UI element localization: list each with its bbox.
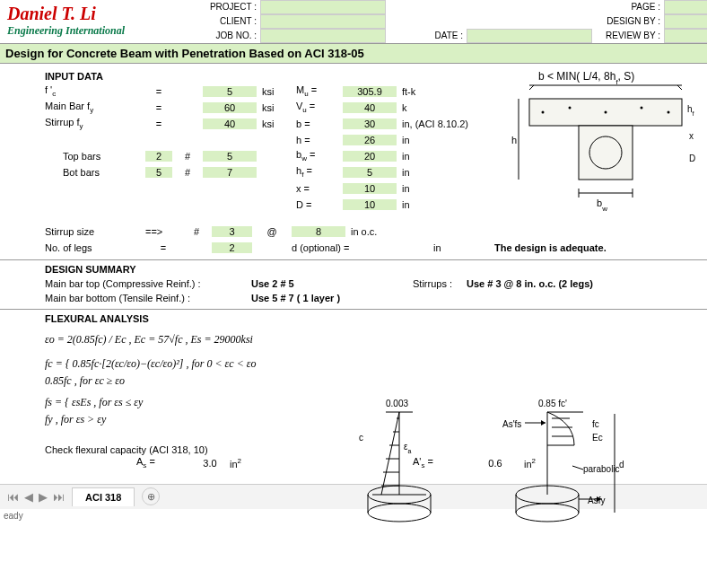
summary-stir-label: Stirrups : bbox=[413, 278, 467, 289]
summary-stir-val: Use # 3 @ 8 in. o.c. (2 legs) bbox=[467, 278, 707, 289]
jobno-input[interactable] bbox=[260, 29, 386, 43]
project-label: PROJECT : bbox=[179, 0, 260, 14]
svg-point-7 bbox=[605, 111, 607, 114]
svg-text:bw: bw bbox=[597, 197, 607, 213]
summary-top-label: Main bar top (Compressive Reinf.) : bbox=[45, 278, 251, 289]
formula-block: εo = 2(0.85fc) / Ec , Ec = 57√fc , Es = … bbox=[45, 326, 341, 434]
jobno-label: JOB NO. : bbox=[179, 29, 260, 43]
h-label: h = bbox=[296, 135, 341, 145]
designby-label: DESIGN BY : bbox=[592, 14, 664, 29]
svg-text:h: h bbox=[511, 135, 517, 145]
x-label: x = bbox=[296, 183, 341, 194]
fc-label: f 'c bbox=[45, 84, 144, 98]
svg-text:Ec: Ec bbox=[592, 433, 603, 443]
fy-input[interactable]: 60 bbox=[203, 102, 257, 113]
topbars-n[interactable]: 2 bbox=[145, 151, 172, 162]
header: Daniel T. Li Engineering International P… bbox=[0, 0, 707, 44]
summary-bot-label: Main bar bottom (Tensile Reinf.) : bbox=[45, 293, 251, 303]
botbars-label: Bot bars bbox=[45, 167, 144, 178]
svg-marker-43 bbox=[541, 420, 546, 426]
label-085: 0.85 fc' bbox=[538, 399, 567, 408]
tab-nav-prev-icon[interactable]: ◀ bbox=[24, 490, 33, 504]
nlegs-input[interactable]: 2 bbox=[212, 242, 252, 253]
bw-label: bw = bbox=[296, 149, 341, 162]
svg-text:fc: fc bbox=[592, 419, 599, 429]
svg-text:c: c bbox=[359, 433, 363, 443]
tab-add-icon[interactable]: ⊕ bbox=[142, 487, 160, 505]
svg-text:As'fs: As'fs bbox=[502, 419, 521, 429]
bw-input[interactable]: 20 bbox=[343, 151, 397, 162]
as-unit: in2 bbox=[230, 457, 266, 470]
title-bar: Design for Concrete Beam with Penetratio… bbox=[0, 44, 707, 64]
eq: = bbox=[145, 86, 172, 97]
botbars-size[interactable]: 7 bbox=[203, 167, 257, 178]
section-diagram: b < MIN( L/4, 8hf, S) bw h hf x bbox=[502, 67, 700, 229]
strain-force-diagram: 0.003 c εa STRAIN DIAGRAM 0.85 fc' bbox=[332, 396, 673, 522]
summary-top-val: Use 2 # 5 bbox=[251, 278, 413, 289]
botbars-n[interactable]: 5 bbox=[145, 167, 172, 178]
svg-line-1 bbox=[529, 85, 534, 90]
tab-aci318[interactable]: ACI 318 bbox=[72, 487, 135, 506]
sfy-input[interactable]: 40 bbox=[203, 118, 257, 129]
tab-nav-last-icon[interactable]: ⏭ bbox=[53, 490, 65, 504]
client-input[interactable] bbox=[260, 14, 386, 29]
svg-point-6 bbox=[569, 107, 572, 110]
svg-line-23 bbox=[381, 412, 399, 495]
svg-point-51 bbox=[516, 504, 579, 522]
dcap-label: D = bbox=[296, 199, 341, 210]
as-label: As = bbox=[136, 456, 190, 470]
topbars-label: Top bars bbox=[45, 151, 144, 162]
topbars-size[interactable]: 5 bbox=[203, 151, 257, 162]
stirrupsize-label: Stirrup size bbox=[45, 226, 144, 237]
svg-point-9 bbox=[668, 111, 670, 114]
x-input[interactable]: 10 bbox=[343, 183, 397, 194]
summary-head: DESIGN SUMMARY bbox=[45, 260, 707, 276]
designby-input[interactable] bbox=[664, 14, 707, 29]
date-label: DATE : bbox=[386, 29, 467, 43]
as-val: 3.0 bbox=[192, 458, 228, 469]
dcap-input[interactable]: 10 bbox=[343, 199, 397, 210]
tab-nav-first-icon[interactable]: ⏮ bbox=[7, 490, 19, 504]
reviewby-label: REVIEW BY : bbox=[592, 29, 664, 43]
flex-head: FLEXURAL ANALYSIS bbox=[45, 310, 707, 326]
mu-label: Mu = bbox=[296, 84, 341, 98]
svg-text:Asfy: Asfy bbox=[588, 496, 605, 505]
diagram-note: b < MIN( L/4, 8hf, S) bbox=[538, 70, 634, 86]
page-input[interactable] bbox=[664, 0, 707, 14]
logo-sub: Engineering International bbox=[7, 24, 172, 38]
h-input[interactable]: 26 bbox=[343, 135, 397, 145]
reviewby-input[interactable] bbox=[664, 29, 707, 43]
project-input[interactable] bbox=[260, 0, 386, 14]
fc-input[interactable]: 5 bbox=[203, 86, 257, 97]
svg-text:εa: εa bbox=[404, 442, 411, 454]
adequate-text: The design is adequate. bbox=[467, 242, 707, 253]
svg-line-47 bbox=[572, 466, 583, 470]
date-input[interactable] bbox=[467, 29, 592, 43]
fy-label: Main Bar fy bbox=[45, 101, 144, 114]
vu-label: Vu = bbox=[296, 101, 341, 114]
svg-line-2 bbox=[677, 85, 682, 90]
summary-bot-val: Use 5 # 7 ( 1 layer ) bbox=[251, 293, 707, 303]
label-003: 0.003 bbox=[386, 399, 408, 408]
svg-text:hf: hf bbox=[687, 104, 694, 117]
svg-text:D: D bbox=[689, 154, 695, 163]
sfy-label: Stirrup fy bbox=[45, 117, 144, 130]
tab-nav-next-icon[interactable]: ▶ bbox=[39, 490, 48, 504]
svg-text:x: x bbox=[689, 131, 694, 141]
mu-input[interactable]: 305.9 bbox=[343, 86, 397, 97]
vu-input[interactable]: 40 bbox=[343, 102, 397, 113]
svg-point-35 bbox=[368, 504, 431, 522]
logo: Daniel T. Li Engineering International bbox=[0, 0, 179, 43]
stirrupspacing-input[interactable]: 8 bbox=[292, 226, 345, 237]
svg-text:d: d bbox=[619, 460, 624, 470]
fc-unit: ksi bbox=[258, 86, 294, 97]
svg-point-5 bbox=[542, 111, 545, 114]
mu-unit: ft-k bbox=[398, 86, 452, 97]
b-input[interactable]: 30 bbox=[343, 118, 397, 129]
stirrupsize-input[interactable]: 3 bbox=[212, 226, 252, 237]
nlegs-label: No. of legs bbox=[45, 242, 144, 253]
svg-rect-4 bbox=[579, 126, 633, 180]
b-label: b = bbox=[296, 118, 341, 129]
hf-input[interactable]: 5 bbox=[343, 167, 397, 178]
logo-name: Daniel T. Li bbox=[7, 4, 172, 24]
